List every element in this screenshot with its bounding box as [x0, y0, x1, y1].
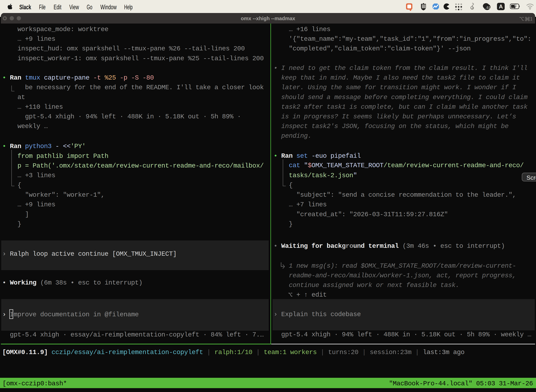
svg-text:A: A: [499, 4, 503, 10]
svg-text:1: 1: [530, 16, 532, 21]
svg-text:..61: ..61: [485, 6, 490, 9]
